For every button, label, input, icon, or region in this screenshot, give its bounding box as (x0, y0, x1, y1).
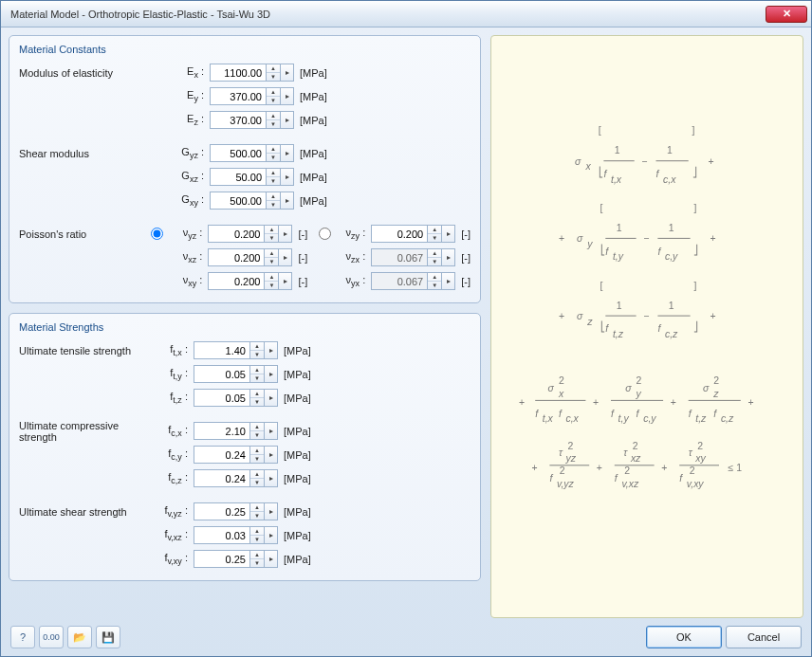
step-up-icon[interactable]: ▲ (267, 64, 280, 72)
spinner-buttons[interactable]: ▲▼ (265, 248, 279, 266)
spinner-buttons[interactable]: ▲▼ (267, 87, 281, 105)
value-field[interactable] (210, 168, 267, 186)
step-down-icon[interactable]: ▼ (267, 96, 280, 104)
spinner-buttons[interactable]: ▲▼ (250, 502, 265, 520)
value-field[interactable] (194, 422, 250, 440)
units-button[interactable]: 0.00 (39, 626, 64, 648)
step-down-icon[interactable]: ▼ (250, 558, 264, 567)
picker-button[interactable]: ▸ (265, 469, 278, 487)
step-down-icon[interactable]: ▼ (250, 511, 264, 520)
poisson-dir-radio[interactable] (319, 228, 331, 240)
spinner-buttons[interactable]: ▲▼ (250, 422, 265, 440)
spinner-input[interactable]: ▲▼▸ (371, 225, 455, 243)
spinner-buttons[interactable]: ▲▼ (267, 192, 281, 210)
spinner-input[interactable]: ▲▼▸ (194, 341, 278, 359)
close-button[interactable]: ✕ (766, 6, 807, 23)
picker-button[interactable]: ▸ (281, 111, 294, 129)
save-button[interactable]: 💾 (96, 626, 120, 648)
value-field[interactable] (371, 225, 428, 243)
step-up-icon[interactable]: ▲ (267, 192, 280, 200)
picker-button[interactable]: ▸ (442, 225, 455, 243)
ok-button[interactable]: OK (646, 626, 722, 648)
spinner-input[interactable]: ▲▼▸ (371, 248, 455, 266)
picker-button[interactable]: ▸ (265, 422, 278, 440)
value-field[interactable] (194, 469, 250, 487)
spinner-buttons[interactable]: ▲▼ (428, 225, 442, 243)
step-down-icon[interactable]: ▼ (267, 119, 280, 128)
step-down-icon[interactable]: ▼ (267, 153, 280, 161)
spinner-input[interactable]: ▲▼▸ (208, 225, 292, 243)
value-field[interactable] (194, 389, 250, 407)
spinner-buttons[interactable]: ▲▼ (428, 248, 442, 266)
step-down-icon[interactable]: ▼ (250, 397, 264, 406)
value-field[interactable] (208, 225, 265, 243)
step-down-icon[interactable]: ▼ (265, 233, 278, 242)
step-up-icon[interactable]: ▲ (250, 366, 264, 374)
picker-button[interactable]: ▸ (265, 365, 278, 383)
picker-button[interactable]: ▸ (265, 526, 278, 544)
step-down-icon[interactable]: ▼ (250, 374, 264, 382)
value-field[interactable] (210, 144, 267, 162)
picker-button[interactable]: ▸ (281, 87, 294, 105)
picker-button[interactable]: ▸ (281, 144, 294, 162)
spinner-input[interactable]: ▲▼▸ (210, 111, 294, 129)
step-up-icon[interactable]: ▲ (250, 527, 264, 535)
spinner-input[interactable]: ▲▼▸ (210, 64, 294, 82)
value-field[interactable] (194, 526, 250, 544)
step-up-icon[interactable]: ▲ (250, 447, 264, 454)
step-down-icon[interactable]: ▼ (265, 281, 278, 289)
spinner-buttons[interactable]: ▲▼ (250, 446, 265, 464)
picker-button[interactable]: ▸ (265, 341, 278, 359)
step-up-icon[interactable]: ▲ (265, 249, 278, 257)
step-up-icon[interactable]: ▲ (428, 226, 441, 233)
spinner-buttons[interactable]: ▲▼ (265, 225, 279, 243)
spinner-input[interactable]: ▲▼▸ (371, 272, 455, 290)
step-up-icon[interactable]: ▲ (267, 169, 280, 176)
step-up-icon[interactable]: ▲ (428, 249, 441, 257)
spinner-buttons[interactable]: ▲▼ (267, 64, 281, 82)
spinner-input[interactable]: ▲▼▸ (194, 526, 278, 544)
step-down-icon[interactable]: ▼ (250, 350, 264, 358)
step-up-icon[interactable]: ▲ (267, 145, 280, 153)
value-field[interactable] (194, 502, 250, 520)
step-up-icon[interactable]: ▲ (250, 470, 264, 478)
step-down-icon[interactable]: ▼ (428, 257, 441, 265)
picker-button[interactable]: ▸ (279, 225, 292, 243)
value-field[interactable] (210, 64, 267, 82)
poisson-dir-radio[interactable] (151, 228, 163, 240)
help-button[interactable]: ? (10, 626, 35, 648)
spinner-buttons[interactable]: ▲▼ (250, 365, 265, 383)
spinner-input[interactable]: ▲▼▸ (194, 469, 278, 487)
step-down-icon[interactable]: ▼ (250, 430, 264, 439)
step-down-icon[interactable]: ▼ (428, 281, 441, 289)
picker-button[interactable]: ▸ (265, 446, 278, 464)
value-field[interactable] (194, 550, 250, 568)
value-field[interactable] (210, 192, 267, 210)
picker-button[interactable]: ▸ (281, 64, 294, 82)
step-down-icon[interactable]: ▼ (267, 200, 280, 209)
picker-button[interactable]: ▸ (265, 502, 278, 520)
step-up-icon[interactable]: ▲ (250, 390, 264, 397)
spinner-buttons[interactable]: ▲▼ (267, 168, 281, 186)
spinner-input[interactable]: ▲▼▸ (194, 446, 278, 464)
value-field[interactable] (210, 87, 267, 105)
spinner-buttons[interactable]: ▲▼ (250, 389, 265, 407)
step-down-icon[interactable]: ▼ (267, 72, 280, 81)
spinner-input[interactable]: ▲▼▸ (208, 248, 292, 266)
spinner-buttons[interactable]: ▲▼ (250, 550, 265, 568)
spinner-input[interactable]: ▲▼▸ (194, 422, 278, 440)
spinner-buttons[interactable]: ▲▼ (267, 144, 281, 162)
step-up-icon[interactable]: ▲ (265, 273, 278, 281)
step-down-icon[interactable]: ▼ (250, 478, 264, 486)
spinner-input[interactable]: ▲▼▸ (210, 168, 294, 186)
picker-button[interactable]: ▸ (442, 272, 455, 290)
step-up-icon[interactable]: ▲ (250, 503, 264, 511)
step-up-icon[interactable]: ▲ (267, 112, 280, 119)
step-up-icon[interactable]: ▲ (428, 273, 441, 281)
value-field[interactable] (194, 446, 250, 464)
picker-button[interactable]: ▸ (279, 248, 292, 266)
cancel-button[interactable]: Cancel (726, 626, 802, 648)
value-field[interactable] (194, 341, 250, 359)
load-button[interactable]: 📂 (67, 626, 92, 648)
spinner-input[interactable]: ▲▼▸ (210, 87, 294, 105)
